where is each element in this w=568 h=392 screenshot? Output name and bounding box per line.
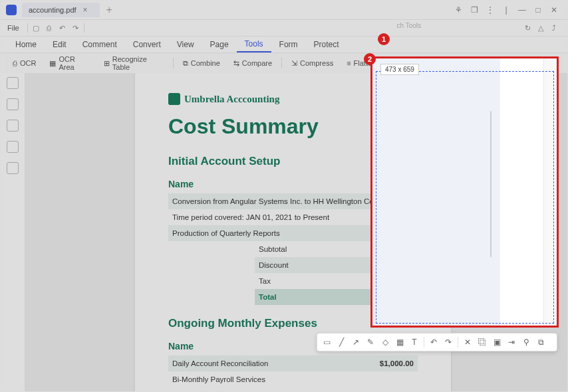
text-tool-icon[interactable]: T [408,336,421,349]
close-tab-icon[interactable]: × [83,5,88,15]
window-icon[interactable]: ❐ [466,5,482,15]
annotation-2: 2 [364,53,376,65]
share-icon[interactable]: △ [534,23,547,33]
undo-icon[interactable]: ↶ [56,23,69,33]
maximize-button[interactable]: □ [530,5,546,15]
menu-home[interactable]: Home [7,37,45,52]
recognize-table-button[interactable]: ⊞Recognize Table [98,53,169,73]
quick-access-bar: File ▢ ⎙ ↶ ↷ ↻ △ ⤴ [1,20,567,37]
bookmarks-icon[interactable] [7,98,19,110]
titlebar: accounting.pdf × + ch Tools ⚘ ❐ ⋮ | — □ … [1,1,567,20]
arrow-tool-icon[interactable]: ↗ [349,336,362,349]
redo-tool-icon[interactable]: ↷ [442,336,455,349]
comments-icon[interactable] [7,120,19,132]
new-tab-button[interactable]: + [106,4,112,16]
col-name: Name [168,341,194,351]
menu-edit[interactable]: Edit [45,37,74,52]
save-capture-icon[interactable]: ▣ [490,336,503,349]
file-menu[interactable]: File [7,24,19,32]
app-window: accounting.pdf × + ch Tools ⚘ ❐ ⋮ | — □ … [0,0,568,392]
save-icon[interactable]: ▢ [29,23,43,33]
table-cell: Conversion from Angular Systems Inc. to … [172,197,376,205]
redo-icon[interactable]: ↷ [69,23,82,33]
tax-label: Tax [259,277,271,285]
divider: | [498,5,514,15]
ocr-area-button[interactable]: ▦OCR Area [44,53,95,73]
table-cell: Daily Account Reconciliation [172,359,268,367]
menu-bar: Home Edit Comment Convert View Page Tool… [1,37,567,53]
thumbnails-icon[interactable] [7,77,19,89]
more-icon[interactable]: ⋮ [482,5,498,15]
menu-form[interactable]: Form [271,37,306,52]
undo-tool-icon[interactable]: ↶ [427,336,440,349]
copy-capture-icon[interactable]: ⿻ [476,336,489,349]
cancel-capture-icon[interactable]: ✕ [461,336,474,349]
app-logo-icon [6,5,17,15]
brand-name: Umbrella Acccounting [184,94,279,105]
highlighter-tool-icon[interactable]: ◇ [378,336,392,349]
menu-tools[interactable]: Tools [237,37,271,52]
attachments-icon[interactable] [7,141,19,153]
col-name: Name [168,179,194,189]
compare-button[interactable]: ⇆Compare [228,57,277,70]
subtotal-label: Subtotal [259,245,287,253]
search-hint: ch Tools [396,22,421,29]
capture-toolbar: ▭ ╱ ↗ ✎ ◇ ▦ T ↶ ↷ ✕ ⿻ ▣ ⇥ ⚲ ⧉ [317,333,557,351]
capture-dimensions: 473 x 659 [380,64,419,75]
table-cell: Time period covered: JAN 01, 2021 to Pre… [172,213,329,221]
total-label: Total [259,293,277,301]
capture-selection[interactable] [376,71,554,324]
close-window-button[interactable]: ✕ [546,5,562,15]
pen-tool-icon[interactable]: ✎ [364,336,377,349]
left-sidebar [1,73,25,391]
tab-title: accounting.pdf [29,6,76,14]
combine-button[interactable]: ⧉Combine [178,57,225,70]
document-tab[interactable]: accounting.pdf × [22,3,100,17]
table-cell: Production of Quarterly Reports [172,229,280,237]
rect-tool-icon[interactable]: ▭ [320,336,333,349]
menu-view[interactable]: View [169,37,202,52]
menu-convert[interactable]: Convert [125,37,169,52]
annotation-1: 1 [378,33,390,45]
ocr-button[interactable]: ⎙OCR [7,57,41,69]
brand-logo-icon [168,93,180,105]
share-capture-icon[interactable]: ⧉ [534,336,547,349]
compress-button[interactable]: ⇲Compress [286,57,339,70]
table-cell: Bi-Monthly Payroll Services [172,375,265,383]
table-cell: $1,000.00 [380,359,414,367]
mosaic-tool-icon[interactable]: ▦ [393,336,406,349]
export-capture-icon[interactable]: ⇥ [505,336,518,349]
search-icon[interactable] [7,162,19,174]
menu-page[interactable]: Page [202,37,237,52]
cloud-icon[interactable]: ↻ [521,23,534,33]
line-tool-icon[interactable]: ╱ [335,336,348,349]
discount-label: Discount [259,261,289,269]
settings-icon[interactable]: ⤴ [547,23,561,33]
minimize-button[interactable]: — [514,5,530,15]
menu-protect[interactable]: Protect [306,37,347,52]
menu-comment[interactable]: Comment [74,37,125,52]
pin-capture-icon[interactable]: ⚲ [519,336,533,349]
gift-icon[interactable]: ⚘ [450,5,466,15]
print-icon[interactable]: ⎙ [43,23,56,33]
